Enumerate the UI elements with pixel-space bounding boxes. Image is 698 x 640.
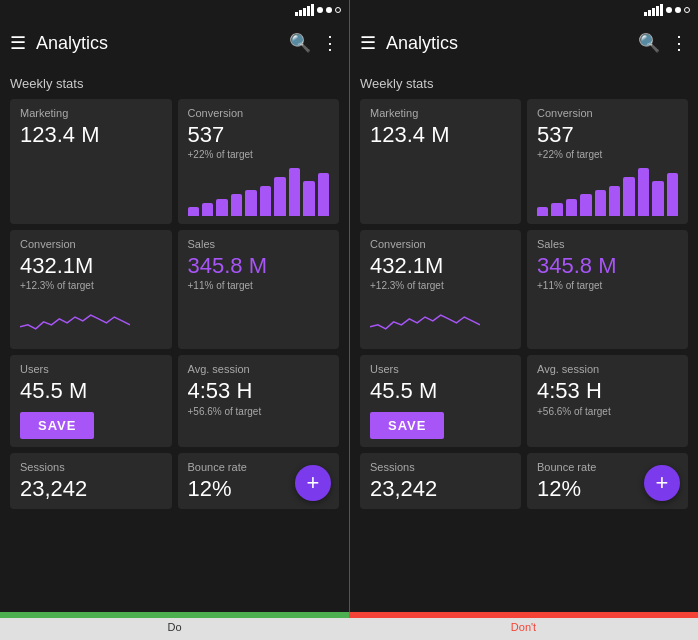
content-area: Weekly statsMarketing123.4 MConversion53… bbox=[350, 66, 698, 612]
bottom-label-dont: Don't bbox=[349, 612, 698, 640]
search-icon[interactable]: 🔍 bbox=[289, 32, 311, 54]
card-value: 123.4 M bbox=[370, 123, 511, 147]
card-subtitle: +22% of target bbox=[188, 149, 330, 160]
bar bbox=[318, 173, 329, 217]
card-conversion-top: Conversion537+22% of target bbox=[178, 99, 340, 224]
app-bar: ☰ Analytics 🔍 ⋮ bbox=[0, 20, 349, 66]
app-title: Analytics bbox=[386, 33, 628, 54]
card-label: Sales bbox=[537, 238, 678, 250]
signal-bar bbox=[299, 10, 302, 16]
card-label: Avg. session bbox=[537, 363, 678, 375]
sparkline-svg bbox=[20, 297, 130, 337]
sparkline bbox=[370, 297, 511, 341]
card-label: Marketing bbox=[20, 107, 162, 119]
card-bounce-rate2: Bounce rate12%+ bbox=[527, 453, 688, 509]
stats-grid: Marketing123.4 MConversion537+22% of tar… bbox=[360, 99, 688, 509]
status-bar bbox=[0, 0, 349, 20]
card-label: Avg. session bbox=[188, 363, 330, 375]
bar bbox=[231, 194, 242, 216]
bar bbox=[260, 186, 271, 217]
card-value: 4:53 H bbox=[537, 379, 678, 403]
menu-icon[interactable]: ☰ bbox=[360, 32, 376, 54]
bar bbox=[595, 190, 606, 216]
bar-chart bbox=[188, 166, 330, 216]
signal-bar bbox=[656, 6, 659, 16]
card-value: 432.1M bbox=[20, 254, 162, 278]
card-marketing2: Marketing123.4 M bbox=[360, 99, 521, 224]
card-sales2: Sales345.8 M+11% of target bbox=[527, 230, 688, 349]
card-value: 537 bbox=[188, 123, 330, 147]
card-label: Conversion bbox=[20, 238, 162, 250]
app-bar: ☰ Analytics 🔍 ⋮ bbox=[350, 20, 698, 66]
status-dot-1 bbox=[675, 7, 681, 13]
card-subtitle: +56.6% of target bbox=[537, 406, 678, 417]
bar bbox=[551, 203, 562, 216]
card-subtitle: +56.6% of target bbox=[188, 406, 330, 417]
card-label: Marketing bbox=[370, 107, 511, 119]
card-subtitle: +11% of target bbox=[537, 280, 678, 291]
bottom-label-text: Do bbox=[0, 618, 349, 636]
card-value: 23,242 bbox=[370, 477, 511, 501]
sparkline bbox=[20, 297, 162, 341]
weekly-stats-label: Weekly stats bbox=[10, 76, 339, 91]
sparkline-svg bbox=[370, 297, 480, 337]
bar bbox=[216, 199, 227, 216]
status-dot-2 bbox=[684, 7, 690, 13]
card-value: 432.1M bbox=[370, 254, 511, 278]
panels-row: ☰ Analytics 🔍 ⋮ Weekly statsMarketing123… bbox=[0, 0, 698, 612]
save-button[interactable]: SAVE bbox=[20, 412, 94, 439]
card-subtitle: +12.3% of target bbox=[20, 280, 162, 291]
card-value: 345.8 M bbox=[537, 254, 678, 278]
status-dot-0 bbox=[317, 7, 323, 13]
more-icon[interactable]: ⋮ bbox=[670, 32, 688, 54]
bar bbox=[289, 168, 300, 216]
panel-dont: ☰ Analytics 🔍 ⋮ Weekly statsMarketing123… bbox=[349, 0, 698, 612]
bar-chart bbox=[537, 166, 678, 216]
bar bbox=[188, 207, 199, 216]
search-icon[interactable]: 🔍 bbox=[638, 32, 660, 54]
bottom-labels: Do Don't bbox=[0, 612, 698, 640]
card-value: 23,242 bbox=[20, 477, 162, 501]
card-label: Conversion bbox=[537, 107, 678, 119]
bottom-label-do: Do bbox=[0, 612, 349, 640]
signal-bar bbox=[295, 12, 298, 16]
save-button[interactable]: SAVE bbox=[370, 412, 444, 439]
card-avg-session2: Avg. session4:53 H+56.6% of target bbox=[527, 355, 688, 446]
card-value: 45.5 M bbox=[20, 379, 162, 403]
card-value: 45.5 M bbox=[370, 379, 511, 403]
card-conversion-main2: Conversion432.1M+12.3% of target bbox=[360, 230, 521, 349]
card-value: 123.4 M bbox=[20, 123, 162, 147]
card-sessions: Sessions23,242 bbox=[10, 453, 172, 509]
bar bbox=[638, 168, 649, 216]
signal-bar bbox=[307, 6, 310, 16]
signal-bar bbox=[648, 10, 651, 16]
status-bar bbox=[350, 0, 698, 20]
bottom-label-text: Don't bbox=[349, 618, 698, 636]
signal-bar bbox=[652, 8, 655, 16]
bar bbox=[303, 181, 314, 216]
app-title: Analytics bbox=[36, 33, 279, 54]
bar bbox=[623, 177, 634, 216]
card-label: Users bbox=[370, 363, 511, 375]
fab-button[interactable]: + bbox=[644, 465, 680, 501]
stats-grid: Marketing123.4 MConversion537+22% of tar… bbox=[10, 99, 339, 509]
menu-icon[interactable]: ☰ bbox=[10, 32, 26, 54]
bar bbox=[667, 173, 678, 217]
status-dot-0 bbox=[666, 7, 672, 13]
bar bbox=[652, 181, 663, 216]
signal-bar bbox=[311, 4, 314, 16]
card-sales: Sales345.8 M+11% of target bbox=[178, 230, 340, 349]
content-area: Weekly statsMarketing123.4 MConversion53… bbox=[0, 66, 349, 612]
more-icon[interactable]: ⋮ bbox=[321, 32, 339, 54]
fab-button[interactable]: + bbox=[295, 465, 331, 501]
weekly-stats-label: Weekly stats bbox=[360, 76, 688, 91]
bar bbox=[202, 203, 213, 216]
bar bbox=[580, 194, 591, 216]
status-dot-1 bbox=[326, 7, 332, 13]
card-label: Conversion bbox=[188, 107, 330, 119]
card-avg-session: Avg. session4:53 H+56.6% of target bbox=[178, 355, 340, 446]
card-users2: Users45.5 MSAVE bbox=[360, 355, 521, 446]
card-users: Users45.5 MSAVE bbox=[10, 355, 172, 446]
card-label: Users bbox=[20, 363, 162, 375]
card-subtitle: +12.3% of target bbox=[370, 280, 511, 291]
